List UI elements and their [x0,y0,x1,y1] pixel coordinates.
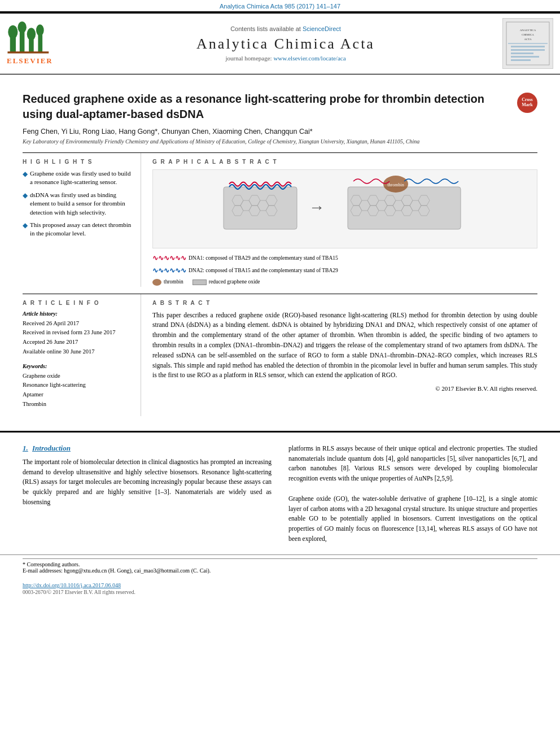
keyword-2: Resonance light-scattering [23,381,135,390]
introduction-left-col: 1. Introduction The important role of bi… [23,444,272,549]
highlights-label: H I G H L I G H T S [23,159,135,165]
abstract-body: This paper describes a reduced graphene … [152,311,537,381]
bullet-icon-2: ◆ [23,191,28,217]
keywords-label: Keywords: [23,363,135,369]
crossmark-icon: CrossMark [517,93,537,113]
article-history: Article history: Received 26 April 2017 … [23,311,135,356]
svg-rect-15 [511,46,545,47]
svg-point-1 [8,25,18,39]
top-bar: Analytica Chimica Acta 985 (2017) 141–14… [0,0,560,11]
abstract-text-content: This paper describes a reduced graphene … [152,311,537,381]
article-info-section: A R T I C L E I N F O Article history: R… [23,294,141,416]
crossmark-badge[interactable]: CrossMark [517,93,537,113]
highlights-section: H I G H L I G H T S ◆ Graphene oxide was… [23,153,141,287]
doi-section: http://dx.doi.org/10.1016/j.aca.2017.06.… [0,577,560,597]
footnote-emails: E-mail addresses: hgong@xtu.edu.cn (H. G… [23,567,537,574]
journal-header-center: Contents lists available at ScienceDirec… [69,25,502,62]
abstract-label: A B S T R A C T [152,300,537,306]
accepted-date: Accepted 26 June 2017 [23,338,135,347]
contents-available-text: Contents lists available at [230,25,301,32]
available-date: Available online 30 June 2017 [23,347,135,356]
author-list: Feng Chen, Yi Liu, Rong Liao, Hang Gong*… [23,128,537,136]
graphical-abstract-image: → [152,169,537,248]
journal-homepage: journal homepage: www.elsevier.com/locat… [69,55,502,62]
revised-date: Received in revised form 23 June 2017 [23,328,135,337]
article-info-label: A R T I C L E I N F O [23,300,135,306]
bullet-icon-1: ◆ [23,169,28,187]
journal-citation: Analytica Chimica Acta 985 (2017) 141–14… [220,3,340,10]
svg-rect-16 [511,49,545,51]
svg-rect-6 [38,35,42,53]
abstract-section: A B S T R A C T This paper describes a r… [152,294,537,416]
footnote-section: * Corresponding authors. E-mail addresse… [0,554,560,577]
dna1-swatch: ∿∿∿∿∿∿ [152,253,186,264]
highlight-item-3: ◆ This proposed assay can detect thrombi… [23,221,135,238]
svg-point-3 [18,21,26,33]
svg-rect-19 [511,59,531,61]
highlight-item-1: ◆ Graphene oxide was firstly used to bui… [23,169,135,187]
footnote-corresponding: * Corresponding authors. [23,561,537,567]
author-affiliation: Key Laboratory of Environmentally Friend… [23,138,537,145]
intro-right-text: platforms in RLS assays because of their… [288,444,537,544]
svg-text:CHIMICA: CHIMICA [522,33,534,36]
journal-title: Analytica Chimica Acta [69,36,502,53]
article-title: Reduced graphene oxide as a resonance li… [23,91,509,122]
svg-text:thrombin: thrombin [387,182,404,187]
journal-cover-image: ANALYTICA CHIMICA ACTA [505,21,550,66]
highlight-item-2: ◆ dsDNA was firstly used as binding elem… [23,191,135,217]
highlight-list: ◆ Graphene oxide was firstly used to bui… [23,169,135,238]
bullet-icon-3: ◆ [23,221,28,238]
elsevier-logo: ELSEVIER [7,21,69,65]
thrombin-label: thrombin [164,278,183,286]
keyword-4: Thrombin [23,400,135,409]
svg-text:→: → [309,198,325,216]
graphical-abstract-svg: → [153,170,537,246]
svg-text:ACTA: ACTA [524,38,532,41]
sciencedirect-link[interactable]: ScienceDirect [303,25,341,32]
introduction-right-col: platforms in RLS assays because of their… [288,444,537,549]
svg-point-7 [36,24,44,36]
svg-text:ANALYTICA: ANALYTICA [520,29,536,32]
graphical-abstract-section: G R A P H I C A L A B S T R A C T [152,153,537,287]
journal-cover-thumb: ANALYTICA CHIMICA ACTA [502,18,553,69]
intro-section-title: Introduction [32,444,71,452]
elsevier-brand-text: ELSEVIER [7,56,53,65]
received-date: Received 26 April 2017 [23,319,135,328]
svg-point-5 [27,28,36,40]
doi-link[interactable]: http://dx.doi.org/10.1016/j.aca.2017.06.… [23,582,121,588]
elsevier-tree-icon [7,21,52,55]
svg-rect-8 [7,51,49,53]
dna2-swatch: ∿∿∿∿∿∿ [152,265,186,276]
svg-rect-4 [29,38,34,53]
graphical-abstract-legend: ∿∿∿∿∿∿ DNA1: composed of TBA29 and the c… [152,253,537,287]
dna1-description: DNA1: composed of TBA29 and the compleme… [189,254,338,263]
svg-rect-30 [348,187,461,229]
keyword-3: Aptamer [23,390,135,400]
dna2-description: DNA2: composed of TBA15 and the compleme… [189,267,338,275]
keywords-block: Keywords: Graphene oxide Resonance light… [23,363,135,409]
copyright-notice: © 2017 Elsevier B.V. All rights reserved… [152,385,537,392]
rgo-label: reduced graphene oxide [209,278,260,286]
svg-rect-20 [224,187,297,229]
thrombin-icon [152,279,161,286]
svg-rect-2 [20,31,25,53]
intro-section-num: 1. [23,444,28,452]
keywords-list: Graphene oxide Resonance light-scatterin… [23,372,135,409]
issn-text: 0003-2670/© 2017 Elsevier B.V. All right… [23,589,537,595]
rgo-icon [193,279,207,285]
keyword-1: Graphene oxide [23,372,135,381]
graphical-abstract-label: G R A P H I C A L A B S T R A C T [152,159,537,165]
svg-rect-17 [511,53,533,54]
homepage-link[interactable]: www.elsevier.com/locate/aca [273,55,345,62]
svg-rect-18 [511,56,539,58]
intro-left-text: The important role of biomolecular detec… [23,457,272,508]
history-label: Article history: [23,311,135,317]
